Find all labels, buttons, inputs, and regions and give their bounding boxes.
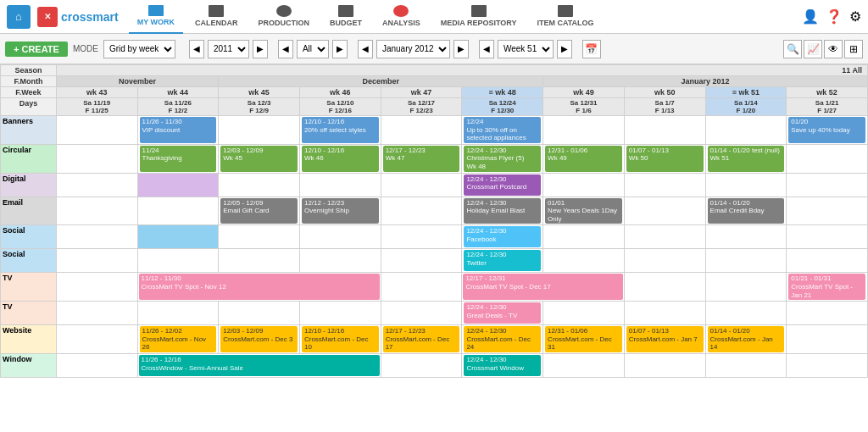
digital-49 — [543, 173, 625, 197]
website-44[interactable]: 11/26 - 12/02CrossMart.com - Nov 26 — [137, 325, 219, 354]
filter-select[interactable]: All — [297, 40, 329, 58]
fweek-label-cell: F.Week — [1, 87, 57, 98]
days-43: Sa 11/19F 11/25 — [56, 98, 137, 116]
tab-calendar[interactable]: CALENDAR — [186, 0, 247, 34]
banners-45 — [219, 116, 300, 145]
tv1-52[interactable]: 01/21 - 01/31CrossMart TV Spot - Jan 21 — [787, 273, 868, 302]
week-44: wk 44 — [137, 87, 219, 98]
social1-51 — [705, 225, 787, 249]
view-button[interactable]: 👁 — [824, 40, 843, 58]
social2-48[interactable]: 12/24 - 12/30Twitter — [462, 249, 543, 273]
grid-button[interactable]: ⊞ — [844, 40, 863, 58]
circular-46[interactable]: 12/10 - 12/16Wk 46 — [299, 144, 381, 173]
email-48[interactable]: 12/24 - 12/30Holiday Email Blast — [462, 197, 543, 225]
website-45[interactable]: 12/03 - 12/09CrossMart.com - Dec 3 — [219, 325, 300, 354]
window-44-46[interactable]: 11/26 - 12/16CrossWindow - Semi-Annual S… — [137, 353, 381, 377]
circular-45[interactable]: 12/03 - 12/09Wk 45 — [219, 144, 300, 173]
season-value-cell: 11 All — [56, 65, 867, 76]
tab-item-catalog[interactable]: ITEM CATALOG — [528, 0, 602, 34]
filter-prev-button[interactable]: ◀ — [278, 40, 293, 58]
year-select[interactable]: 2011 2012 — [208, 40, 249, 58]
days-45: Sa 12/3F 12/9 — [219, 98, 300, 116]
digital-48[interactable]: 12/24 - 12/30Crossmart Postcard — [462, 173, 543, 197]
year-next-button[interactable]: ▶ — [253, 40, 268, 58]
social2-46 — [299, 249, 381, 273]
circular-44[interactable]: 11/24Thanksgiving — [137, 144, 219, 173]
circular-51[interactable]: 01/14 - 01/20 test (null)Wk 51 — [705, 144, 787, 173]
banners-44[interactable]: 11/26 - 11/30VIP discount — [137, 116, 219, 145]
calendar-icon — [209, 5, 224, 17]
window-48[interactable]: 12/24 - 12/30Crossmart Window — [462, 353, 543, 377]
banners-52[interactable]: 01/20Save up 40% today — [787, 116, 868, 145]
email-row: Email 12/05 - 12/09Email Gift Card 12/12… — [1, 197, 868, 225]
email-49[interactable]: 01/01New Years Deals 1Day Only — [543, 197, 625, 225]
chart-button[interactable]: 📈 — [804, 40, 822, 58]
tv2-45 — [219, 302, 300, 325]
home-button[interactable]: ⌂ — [7, 5, 31, 29]
banners-48[interactable]: 12/24Up to 30% off on selected appliance… — [462, 116, 543, 145]
days-52: Sa 1/21F 1/27 — [787, 98, 868, 116]
tab-production[interactable]: PRODUCTION — [250, 0, 319, 34]
circular-49[interactable]: 12/31 - 01/06Wk 49 — [543, 144, 625, 173]
circular-label: Circular — [1, 144, 57, 173]
media-repo-icon — [471, 5, 487, 17]
email-51[interactable]: 01/14 - 01/20Email Credit Bday — [705, 197, 787, 225]
week-select[interactable]: Week 51 — [498, 40, 554, 58]
circular-50[interactable]: 01/07 - 01/13Wk 50 — [624, 144, 705, 173]
website-50[interactable]: 01/07 - 01/13CrossMart.com - Jan 7 — [624, 325, 705, 354]
website-47[interactable]: 12/17 - 12/23CrossMart.com - Dec 17 — [381, 325, 462, 354]
help-icon[interactable]: ❓ — [826, 8, 843, 25]
season-row: Season 11 All — [1, 65, 868, 76]
year-prev-button[interactable]: ◀ — [189, 40, 204, 58]
website-49[interactable]: 12/31 - 01/06CrossMart.com - Dec 31 — [543, 325, 625, 354]
tv-1-row: TV 11/12 - 11/30CrossMart TV Spot - Nov … — [1, 273, 868, 302]
month-prev-button[interactable]: ◀ — [358, 40, 373, 58]
website-51[interactable]: 01/14 - 01/20CrossMart.com - Jan 14 — [705, 325, 787, 354]
calendar-view-button[interactable]: 📅 — [582, 40, 601, 58]
item-catalog-icon — [558, 5, 573, 17]
website-48[interactable]: 12/24 - 12/30CrossMart.com - Dec 24 — [462, 325, 543, 354]
circular-48[interactable]: 12/24 - 12/30Christmas Flyer (5)Wk 48 — [462, 144, 543, 173]
digital-50 — [624, 173, 705, 197]
window-51 — [705, 353, 787, 377]
banners-46[interactable]: 12/10 - 12/1620% off select styles — [299, 116, 381, 145]
user-icon[interactable]: 👤 — [802, 8, 819, 25]
filter-next-button[interactable]: ▶ — [332, 40, 348, 58]
tab-budget[interactable]: BUDGET — [321, 0, 370, 34]
social-2-label: Social — [1, 249, 57, 273]
settings-icon[interactable]: ⚙ — [849, 8, 861, 25]
tv2-48[interactable]: 12/24 - 12/30Great Deals - TV — [462, 302, 543, 325]
tv-1-label: TV — [1, 273, 57, 302]
month-next-button[interactable]: ▶ — [453, 40, 469, 58]
tv2-46 — [299, 302, 381, 325]
month-select[interactable]: January 2012 — [376, 40, 450, 58]
social2-47 — [381, 249, 462, 273]
nav-right-controls: 👤 ❓ ⚙ — [802, 8, 861, 25]
tab-analysis[interactable]: ANALYSIS — [374, 0, 429, 34]
tab-my-work[interactable]: MY WORK — [129, 0, 183, 34]
search-button[interactable]: 🔍 — [783, 40, 802, 58]
create-button[interactable]: CREATE — [5, 42, 68, 57]
week-prev-button[interactable]: ◀ — [479, 40, 494, 58]
website-label: Website — [1, 325, 57, 354]
social1-48[interactable]: 12/24 - 12/30Facebook — [462, 225, 543, 249]
banners-label: Banners — [1, 116, 57, 145]
my-work-icon — [148, 5, 164, 16]
tab-media-repository[interactable]: MEDIA REPOSITORY — [432, 0, 526, 34]
social1-43 — [56, 225, 137, 249]
social1-46 — [299, 225, 381, 249]
email-45[interactable]: 12/05 - 12/09Email Gift Card — [219, 197, 300, 225]
week-next-button[interactable]: ▶ — [557, 40, 572, 58]
circular-47[interactable]: 12/17 - 12/23Wk 47 — [381, 144, 462, 173]
website-46[interactable]: 12/10 - 12/16CrossMart.com - Dec 10 — [299, 325, 381, 354]
tv1-44-46[interactable]: 11/12 - 11/30CrossMart TV Spot - Nov 12 — [137, 273, 381, 302]
social2-44 — [137, 249, 219, 273]
week-50: wk 50 — [624, 87, 705, 98]
social2-43 — [56, 249, 137, 273]
email-47 — [381, 197, 462, 225]
tv1-48-49[interactable]: 12/17 - 12/31CrossMart TV Spot - Dec 17 — [462, 273, 624, 302]
mode-select[interactable]: Grid by week — [103, 40, 175, 58]
week-47: wk 47 — [381, 87, 462, 98]
email-46[interactable]: 12/12 - 12/23Overnight Ship — [299, 197, 381, 225]
banners-43 — [56, 116, 137, 145]
